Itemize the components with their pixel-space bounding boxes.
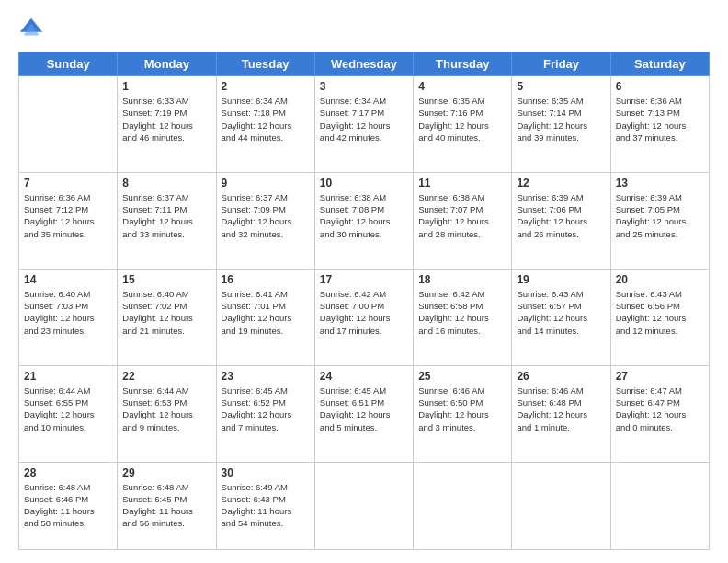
calendar-cell: 21Sunrise: 6:44 AM Sunset: 6:55 PM Dayli… xyxy=(19,365,118,462)
calendar-cell xyxy=(19,76,118,173)
day-number: 28 xyxy=(24,466,112,479)
cell-content: Sunrise: 6:48 AM Sunset: 6:45 PM Dayligh… xyxy=(122,481,210,530)
day-number: 27 xyxy=(616,370,704,383)
logo xyxy=(18,17,48,42)
page: SundayMondayTuesdayWednesdayThursdayFrid… xyxy=(0,0,728,563)
cell-content: Sunrise: 6:46 AM Sunset: 6:48 PM Dayligh… xyxy=(517,385,605,433)
day-number: 25 xyxy=(418,370,506,383)
weekday-header-cell: Wednesday xyxy=(314,52,413,76)
day-number: 17 xyxy=(320,273,408,286)
calendar-cell xyxy=(512,462,610,549)
day-number: 24 xyxy=(320,370,408,383)
day-number: 30 xyxy=(222,466,310,479)
calendar-cell: 11Sunrise: 6:38 AM Sunset: 7:07 PM Dayli… xyxy=(414,172,512,269)
calendar-cell: 4Sunrise: 6:35 AM Sunset: 7:16 PM Daylig… xyxy=(414,76,512,173)
calendar-cell: 1Sunrise: 6:33 AM Sunset: 7:19 PM Daylig… xyxy=(118,76,216,173)
calendar-cell xyxy=(414,462,512,549)
cell-content: Sunrise: 6:37 AM Sunset: 7:11 PM Dayligh… xyxy=(122,191,210,240)
day-number: 4 xyxy=(418,80,506,93)
day-number: 14 xyxy=(24,273,112,286)
day-number: 8 xyxy=(122,177,210,190)
day-number: 19 xyxy=(517,273,605,286)
day-number: 1 xyxy=(122,80,210,93)
cell-content: Sunrise: 6:36 AM Sunset: 7:13 PM Dayligh… xyxy=(616,95,704,144)
calendar-body: 1Sunrise: 6:33 AM Sunset: 7:19 PM Daylig… xyxy=(19,76,710,550)
calendar-cell: 27Sunrise: 6:47 AM Sunset: 6:47 PM Dayli… xyxy=(610,365,709,462)
day-number: 18 xyxy=(418,273,506,286)
day-number: 10 xyxy=(320,177,408,190)
calendar-table: SundayMondayTuesdayWednesdayThursdayFrid… xyxy=(18,52,710,550)
weekday-header-cell: Monday xyxy=(118,52,216,76)
day-number: 29 xyxy=(122,466,210,479)
cell-content: Sunrise: 6:48 AM Sunset: 6:46 PM Dayligh… xyxy=(24,481,112,530)
cell-content: Sunrise: 6:38 AM Sunset: 7:08 PM Dayligh… xyxy=(320,191,408,240)
day-number: 26 xyxy=(517,370,605,383)
calendar-cell: 18Sunrise: 6:42 AM Sunset: 6:58 PM Dayli… xyxy=(414,269,512,365)
header xyxy=(18,17,710,42)
cell-content: Sunrise: 6:36 AM Sunset: 7:12 PM Dayligh… xyxy=(24,191,112,240)
calendar-cell: 20Sunrise: 6:43 AM Sunset: 6:56 PM Dayli… xyxy=(610,269,709,365)
calendar-cell: 2Sunrise: 6:34 AM Sunset: 7:18 PM Daylig… xyxy=(216,76,314,173)
cell-content: Sunrise: 6:38 AM Sunset: 7:07 PM Dayligh… xyxy=(418,191,506,240)
cell-content: Sunrise: 6:35 AM Sunset: 7:16 PM Dayligh… xyxy=(418,95,506,144)
cell-content: Sunrise: 6:34 AM Sunset: 7:17 PM Dayligh… xyxy=(320,95,408,144)
cell-content: Sunrise: 6:49 AM Sunset: 6:43 PM Dayligh… xyxy=(222,481,310,530)
weekday-header-cell: Sunday xyxy=(19,52,118,76)
day-number: 13 xyxy=(616,177,704,190)
cell-content: Sunrise: 6:39 AM Sunset: 7:06 PM Dayligh… xyxy=(517,191,605,240)
calendar-cell: 16Sunrise: 6:41 AM Sunset: 7:01 PM Dayli… xyxy=(216,269,314,365)
calendar-cell xyxy=(314,462,413,549)
day-number: 15 xyxy=(122,273,210,286)
calendar-cell: 14Sunrise: 6:40 AM Sunset: 7:03 PM Dayli… xyxy=(19,269,118,365)
weekday-header-cell: Friday xyxy=(512,52,610,76)
calendar-cell: 8Sunrise: 6:37 AM Sunset: 7:11 PM Daylig… xyxy=(118,172,216,269)
cell-content: Sunrise: 6:45 AM Sunset: 6:51 PM Dayligh… xyxy=(320,385,408,433)
day-number: 3 xyxy=(320,80,408,93)
calendar-week-row: 7Sunrise: 6:36 AM Sunset: 7:12 PM Daylig… xyxy=(19,172,710,269)
cell-content: Sunrise: 6:42 AM Sunset: 7:00 PM Dayligh… xyxy=(320,288,408,337)
calendar-cell: 22Sunrise: 6:44 AM Sunset: 6:53 PM Dayli… xyxy=(118,365,216,462)
day-number: 7 xyxy=(24,177,112,190)
day-number: 9 xyxy=(222,177,310,190)
cell-content: Sunrise: 6:43 AM Sunset: 6:56 PM Dayligh… xyxy=(616,288,704,337)
calendar-cell: 30Sunrise: 6:49 AM Sunset: 6:43 PM Dayli… xyxy=(216,462,314,549)
cell-content: Sunrise: 6:46 AM Sunset: 6:50 PM Dayligh… xyxy=(418,385,506,433)
calendar-cell: 26Sunrise: 6:46 AM Sunset: 6:48 PM Dayli… xyxy=(512,365,610,462)
calendar-week-row: 21Sunrise: 6:44 AM Sunset: 6:55 PM Dayli… xyxy=(19,365,710,462)
day-number: 21 xyxy=(24,370,112,383)
weekday-header-cell: Saturday xyxy=(610,52,709,76)
cell-content: Sunrise: 6:44 AM Sunset: 6:55 PM Dayligh… xyxy=(24,385,112,433)
calendar-cell: 9Sunrise: 6:37 AM Sunset: 7:09 PM Daylig… xyxy=(216,172,314,269)
calendar-cell: 7Sunrise: 6:36 AM Sunset: 7:12 PM Daylig… xyxy=(19,172,118,269)
cell-content: Sunrise: 6:44 AM Sunset: 6:53 PM Dayligh… xyxy=(122,385,210,433)
calendar-cell: 3Sunrise: 6:34 AM Sunset: 7:17 PM Daylig… xyxy=(314,76,413,173)
calendar-cell: 15Sunrise: 6:40 AM Sunset: 7:02 PM Dayli… xyxy=(118,269,216,365)
cell-content: Sunrise: 6:40 AM Sunset: 7:02 PM Dayligh… xyxy=(122,288,210,337)
calendar-cell: 12Sunrise: 6:39 AM Sunset: 7:06 PM Dayli… xyxy=(512,172,610,269)
day-number: 22 xyxy=(122,370,210,383)
cell-content: Sunrise: 6:40 AM Sunset: 7:03 PM Dayligh… xyxy=(24,288,112,337)
cell-content: Sunrise: 6:39 AM Sunset: 7:05 PM Dayligh… xyxy=(616,191,704,240)
cell-content: Sunrise: 6:33 AM Sunset: 7:19 PM Dayligh… xyxy=(122,95,210,144)
calendar-cell: 25Sunrise: 6:46 AM Sunset: 6:50 PM Dayli… xyxy=(414,365,512,462)
calendar-cell: 19Sunrise: 6:43 AM Sunset: 6:57 PM Dayli… xyxy=(512,269,610,365)
cell-content: Sunrise: 6:37 AM Sunset: 7:09 PM Dayligh… xyxy=(222,191,310,240)
calendar-cell xyxy=(610,462,709,549)
cell-content: Sunrise: 6:47 AM Sunset: 6:47 PM Dayligh… xyxy=(616,385,704,433)
weekday-header-cell: Thursday xyxy=(414,52,512,76)
day-number: 5 xyxy=(517,80,605,93)
calendar-cell: 17Sunrise: 6:42 AM Sunset: 7:00 PM Dayli… xyxy=(314,269,413,365)
calendar-cell: 28Sunrise: 6:48 AM Sunset: 6:46 PM Dayli… xyxy=(19,462,118,549)
calendar-cell: 24Sunrise: 6:45 AM Sunset: 6:51 PM Dayli… xyxy=(314,365,413,462)
cell-content: Sunrise: 6:35 AM Sunset: 7:14 PM Dayligh… xyxy=(517,95,605,144)
calendar-week-row: 14Sunrise: 6:40 AM Sunset: 7:03 PM Dayli… xyxy=(19,269,710,365)
calendar-week-row: 28Sunrise: 6:48 AM Sunset: 6:46 PM Dayli… xyxy=(19,462,710,549)
logo-icon xyxy=(18,17,44,42)
day-number: 23 xyxy=(222,370,310,383)
weekday-header-cell: Tuesday xyxy=(216,52,314,76)
cell-content: Sunrise: 6:34 AM Sunset: 7:18 PM Dayligh… xyxy=(222,95,310,144)
calendar-cell: 29Sunrise: 6:48 AM Sunset: 6:45 PM Dayli… xyxy=(118,462,216,549)
cell-content: Sunrise: 6:45 AM Sunset: 6:52 PM Dayligh… xyxy=(222,385,310,433)
cell-content: Sunrise: 6:42 AM Sunset: 6:58 PM Dayligh… xyxy=(418,288,506,337)
day-number: 6 xyxy=(616,80,704,93)
